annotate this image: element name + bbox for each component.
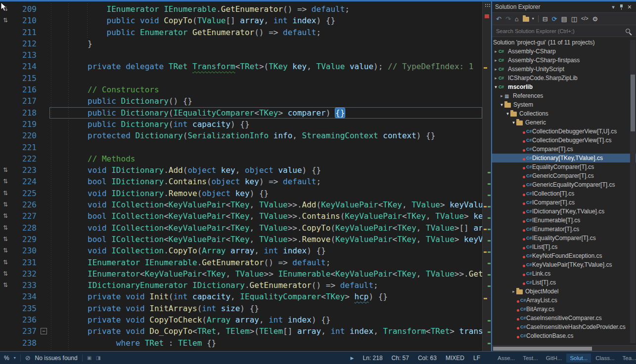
tree-item[interactable]: ▸C#ICSharpCode.SharpZipLib — [492, 74, 636, 82]
properties-icon[interactable]: ⚙ — [592, 16, 598, 22]
no-issues-label[interactable]: No issues found — [35, 355, 78, 362]
code-line[interactable]: 218 public Dictionary(IEqualityComparer<… — [0, 107, 482, 119]
status-play-icon[interactable]: ▶ — [351, 356, 354, 361]
line-number[interactable]: 228 — [11, 222, 39, 234]
tree-vertical-scrollbar[interactable] — [630, 40, 636, 343]
tool-window-tab[interactable]: Tea... — [619, 354, 636, 363]
tree-item[interactable]: Solution 'project-gui' (11 of 11 project… — [492, 38, 636, 47]
tree-item[interactable]: ▸C#Assembly-CSharp-firstpass — [492, 56, 636, 65]
tree-item[interactable]: C#KeyValuePair[TKey,TValue].cs — [492, 260, 636, 269]
window-position-icon[interactable]: ▾ — [612, 4, 615, 10]
code-line[interactable]: ⇅209 IEnumerator IEnumerable.GetEnumerat… — [0, 3, 482, 15]
status-extra-icon-1[interactable]: ▣ — [87, 355, 91, 361]
search-icon[interactable] — [626, 29, 630, 33]
code-line[interactable]: 217 public Dictionary() {} — [0, 95, 482, 107]
line-number[interactable]: 237 — [11, 325, 39, 337]
tool-window-tab[interactable]: Test... — [519, 354, 542, 363]
line-number[interactable]: 217 — [11, 95, 39, 107]
status-encoding[interactable]: MIXED — [446, 355, 464, 362]
forward-icon[interactable]: ↷ — [505, 16, 511, 22]
line-number[interactable]: 211 — [11, 27, 39, 38]
line-number[interactable]: 219 — [11, 119, 39, 130]
zoom-control[interactable]: % — [4, 355, 9, 362]
no-issues-icon[interactable]: ⊘ — [25, 354, 31, 362]
chevron-collapsed-icon[interactable]: ▸ — [493, 76, 499, 81]
line-number[interactable]: 224 — [11, 176, 39, 187]
tree-item[interactable]: ▾Generic — [492, 118, 636, 127]
line-number[interactable]: 216 — [11, 84, 39, 95]
code-line[interactable]: ⇅233 IDictionaryEnumerator IDictionary.G… — [0, 280, 482, 291]
scrollbar-thumb[interactable] — [493, 347, 592, 351]
line-number[interactable]: 234 — [11, 291, 39, 302]
line-number[interactable]: 239 — [11, 349, 39, 351]
status-extra-icon-2[interactable]: ◨ — [96, 355, 100, 361]
home-icon[interactable]: ⌂ — [515, 16, 519, 22]
code-line[interactable]: 219 public Dictionary(int capacity) {} — [0, 119, 482, 130]
tree-item[interactable]: ▾Collections — [492, 109, 636, 118]
tree-item[interactable]: C#CollectionDebuggerView[T].cs — [492, 136, 636, 145]
line-number[interactable]: 227 — [11, 210, 39, 222]
editor-vertical-scrollbar[interactable] — [482, 1, 491, 351]
code-line[interactable]: 237− private void Do_CopyTo<TRet, TElem>… — [0, 325, 482, 337]
code-line[interactable]: 211 public Enumerator GetEnumerator() =>… — [0, 27, 482, 38]
tree-item[interactable]: C#IList[T].cs — [492, 243, 636, 251]
line-number[interactable]: 221 — [11, 142, 39, 153]
chevron-collapsed-icon[interactable]: ▸ — [493, 67, 499, 72]
code-editor[interactable]: ⇅209 IEnumerator IEnumerable.GetEnumerat… — [0, 1, 482, 351]
fold-collapse-icon[interactable]: − — [41, 328, 47, 334]
tree-item[interactable]: C#CollectionBase.cs — [492, 331, 636, 340]
code-line[interactable]: ⇅223 void IDictionary.Add(object key, ob… — [0, 164, 482, 176]
code-line[interactable]: 213 — [0, 49, 482, 61]
tree-item[interactable]: C#CollectionDebuggerView[T,U].cs — [492, 127, 636, 136]
chevron-expanded-icon[interactable]: ▾ — [493, 84, 499, 89]
code-line[interactable]: 221 — [0, 142, 482, 153]
solution-search-input[interactable] — [492, 28, 626, 35]
tree-item[interactable]: ▸▦References — [492, 91, 636, 100]
line-number[interactable]: 236 — [11, 314, 39, 325]
tree-item[interactable]: C#IComparer[T].cs — [492, 198, 636, 207]
code-line[interactable]: ⇅224 bool IDictionary.Contains(object ke… — [0, 176, 482, 187]
chevron-expanded-icon[interactable]: ▾ — [505, 111, 510, 116]
pin-icon[interactable] — [619, 4, 624, 10]
tree-item[interactable]: C#List[T].cs — [492, 278, 636, 287]
line-number[interactable]: 215 — [11, 73, 39, 84]
switch-views-icon[interactable]: ▾ — [523, 16, 534, 22]
code-line[interactable]: 238 where TRet : TElem {} — [0, 337, 482, 349]
tree-item[interactable]: C#CaseInsensitiveHashCodeProvider.cs — [492, 323, 636, 331]
tree-item[interactable]: ▾C#mscorlib — [492, 82, 636, 91]
code-line[interactable]: ⇅225 void IDictionary.Remove(object key)… — [0, 188, 482, 199]
line-number[interactable]: 222 — [11, 153, 39, 164]
sync-with-active-document-icon[interactable]: ◫ — [571, 16, 577, 22]
code-line[interactable]: ⇅227 bool ICollection<KeyValuePair<TKey,… — [0, 210, 482, 222]
status-char[interactable]: Ch: 57 — [392, 355, 409, 362]
tree-item[interactable]: C#IEnumerator[T].cs — [492, 225, 636, 234]
zoom-dropdown-icon[interactable]: ▾ — [14, 356, 16, 360]
tree-item[interactable]: C#GenericComparer[T].cs — [492, 171, 636, 180]
line-number[interactable]: 225 — [11, 188, 39, 199]
tree-item[interactable]: C#KeyNotFoundException.cs — [492, 251, 636, 260]
code-line[interactable]: ⇅228 void ICollection<KeyValuePair<TKey,… — [0, 222, 482, 234]
view-code-icon[interactable]: </> — [581, 16, 588, 21]
line-number[interactable]: 230 — [11, 245, 39, 256]
tree-horizontal-scrollbar[interactable] — [492, 345, 636, 351]
tree-item[interactable]: C#EqualityComparer[T].cs — [492, 162, 636, 171]
refresh-icon[interactable]: ⟳ — [552, 16, 557, 22]
line-number[interactable]: 220 — [11, 130, 39, 141]
line-number[interactable]: 218 — [11, 107, 39, 119]
chevron-expanded-icon[interactable]: ▾ — [499, 102, 504, 107]
chevron-collapsed-icon[interactable]: ▸ — [511, 289, 516, 294]
code-line[interactable]: ⇅232 IEnumerator<KeyValuePair<TKey, TVal… — [0, 268, 482, 280]
tree-item[interactable]: C#ArrayList.cs — [492, 296, 636, 305]
chevron-collapsed-icon[interactable]: ▸ — [493, 49, 499, 54]
solution-explorer-titlebar[interactable]: Solution Explorer ▾ × — [492, 1, 636, 12]
status-line[interactable]: Ln: 218 — [363, 355, 383, 362]
status-line-ending[interactable]: LF — [473, 355, 480, 362]
code-line[interactable]: 220 protected Dictionary(SerializationIn… — [0, 130, 482, 141]
code-line[interactable]: 212 } — [0, 38, 482, 49]
tree-item[interactable]: C#ICollection[T].cs — [492, 189, 636, 198]
line-number[interactable]: 210 — [11, 15, 39, 26]
code-line[interactable]: 214 private delegate TRet Transform<TRet… — [0, 61, 482, 72]
line-number[interactable]: 213 — [11, 49, 39, 61]
line-number[interactable]: 209 — [11, 3, 39, 15]
collapse-all-icon[interactable]: ⊟ — [543, 16, 548, 22]
